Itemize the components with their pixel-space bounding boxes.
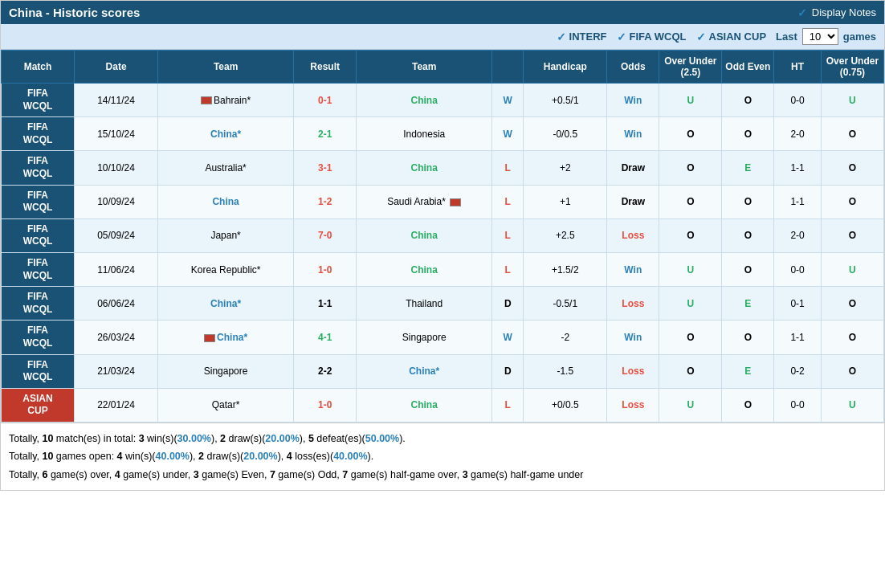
odds-cell: Win — [607, 252, 659, 286]
odd-even-cell: O — [722, 252, 774, 286]
ou25-cell: O — [659, 218, 722, 252]
team1-cell[interactable]: Korea Republic* — [158, 252, 294, 286]
date-cell: 10/10/24 — [75, 151, 158, 185]
summary-text: ). — [368, 451, 374, 462]
col-ht: HT — [774, 51, 822, 84]
match-type-cell: FIFA WCQL — [2, 185, 75, 218]
date-cell: 10/09/24 — [75, 185, 158, 218]
fifa-wcql-filter[interactable]: ✓ FIFA WCQL — [617, 31, 687, 43]
summary-text: game(s) Even, — [199, 469, 270, 480]
handicap-cell: +2 — [524, 151, 607, 185]
team1-cell[interactable]: China* — [158, 117, 294, 151]
date-cell: 05/09/24 — [75, 218, 158, 252]
summary-text: 30.00% — [177, 433, 211, 444]
team2-cell[interactable]: China — [357, 218, 492, 252]
match-type-cell: ASIAN CUP — [2, 388, 75, 422]
team2-cell[interactable]: Singapore — [357, 321, 492, 354]
handicap-cell: +2.5 — [524, 218, 607, 252]
summary-text: loss(es)( — [292, 451, 333, 462]
summary-text: 3 — [463, 469, 468, 480]
summary-text: ), — [300, 433, 308, 444]
ou075-cell: O — [821, 117, 883, 151]
summary-text: 2 — [220, 433, 226, 444]
team2-cell[interactable]: Saudi Arabia* — [357, 185, 492, 218]
col-ou25: Over Under (2.5) — [659, 51, 722, 84]
team1-cell[interactable]: Australia* — [158, 151, 294, 185]
header: China - Historic scores ✓ Display Notes — [1, 1, 884, 24]
odd-even-cell: E — [722, 151, 774, 185]
ou075-cell: O — [821, 218, 883, 252]
team1-cell[interactable]: China* — [158, 321, 294, 354]
summary-text: ), — [211, 433, 220, 444]
col-handicap: Handicap — [524, 51, 607, 84]
asian-cup-check[interactable]: ✓ — [696, 31, 706, 43]
page-title: China - Historic scores — [9, 6, 140, 19]
odds-cell: Loss — [607, 218, 659, 252]
date-cell: 14/11/24 — [75, 84, 158, 117]
result-cell: 2-2 — [294, 354, 357, 388]
team1-cell[interactable]: Qatar* — [158, 388, 294, 422]
handicap-cell: -2 — [524, 321, 607, 354]
team2-cell[interactable]: Indonesia — [357, 117, 492, 151]
asian-cup-filter[interactable]: ✓ ASIAN CUP — [696, 31, 767, 43]
ou25-cell: U — [659, 287, 722, 321]
team1-cell[interactable]: China — [158, 185, 294, 218]
match-type-cell: FIFA WCQL — [2, 252, 75, 286]
team1-cell[interactable]: Singapore — [158, 354, 294, 388]
odd-even-cell: E — [722, 287, 774, 321]
results-table: Match Date Team Result Team Handicap Odd… — [1, 50, 884, 423]
match-type-cell: FIFA WCQL — [2, 218, 75, 252]
ou25-cell: O — [659, 321, 722, 354]
header-right: ✓ Display Notes — [797, 6, 876, 19]
odds-cell: Loss — [607, 354, 659, 388]
col-odds: Odds — [607, 51, 659, 84]
team2-cell[interactable]: China — [357, 388, 492, 422]
ht-cell: 0-1 — [774, 287, 822, 321]
ht-cell: 0-0 — [774, 84, 822, 117]
wdl-cell: W — [492, 117, 524, 151]
summary-text: win(s)( — [145, 433, 177, 444]
result-cell: 4-1 — [294, 321, 357, 354]
team2-cell[interactable]: China — [357, 151, 492, 185]
team1-cell[interactable]: Japan* — [158, 218, 294, 252]
display-notes-check[interactable]: ✓ — [797, 6, 807, 19]
col-ou075: Over Under (0.75) — [821, 51, 883, 84]
handicap-cell: -0/0.5 — [524, 117, 607, 151]
ou25-cell: U — [659, 388, 722, 422]
ht-cell: 1-1 — [774, 321, 822, 354]
interf-check[interactable]: ✓ — [557, 31, 566, 43]
summary-line: Totally, 6 game(s) over, 4 game(s) under… — [9, 466, 876, 484]
table-row: FIFA WCQL15/10/24China*2-1IndonesiaW-0/0… — [2, 117, 884, 151]
result-cell: 0-1 — [294, 84, 357, 117]
result-cell: 1-2 — [294, 185, 357, 218]
col-result: Result — [294, 51, 357, 84]
summary-text: defeat(es)( — [314, 433, 365, 444]
ht-cell: 0-2 — [774, 354, 822, 388]
summary-text: 10 — [42, 451, 53, 462]
team1-cell[interactable]: Bahrain* — [158, 84, 294, 117]
odd-even-cell: O — [722, 388, 774, 422]
summary-text: 3 — [194, 469, 199, 480]
interf-filter[interactable]: ✓ INTERF — [557, 31, 607, 43]
summary-text: 3 — [139, 433, 145, 444]
filter-row: ✓ INTERF ✓ FIFA WCQL ✓ ASIAN CUP Last 10… — [1, 24, 884, 50]
summary-line: Totally, 10 match(es) in total: 3 win(s)… — [9, 430, 876, 448]
team2-cell[interactable]: China — [357, 84, 492, 117]
table-row: FIFA WCQL11/06/24Korea Republic*1-0China… — [2, 252, 884, 286]
col-date: Date — [75, 51, 158, 84]
table-row: FIFA WCQL26/03/24China*4-1SingaporeW-2Wi… — [2, 321, 884, 354]
team2-cell[interactable]: Thailand — [357, 287, 492, 321]
games-select[interactable]: 10 20 30 50 — [802, 28, 838, 45]
wdl-cell: W — [492, 321, 524, 354]
fifa-wcql-check[interactable]: ✓ — [617, 31, 626, 43]
ou25-cell: U — [659, 252, 722, 286]
summary-text: 40.00% — [156, 451, 190, 462]
team1-cell[interactable]: China* — [158, 287, 294, 321]
date-cell: 21/03/24 — [75, 354, 158, 388]
odd-even-cell: O — [722, 117, 774, 151]
odd-even-cell: O — [722, 185, 774, 218]
team2-cell[interactable]: China* — [357, 354, 492, 388]
col-team2: Team — [357, 51, 492, 84]
team2-cell[interactable]: China — [357, 252, 492, 286]
display-notes-label: Display Notes — [812, 6, 876, 18]
